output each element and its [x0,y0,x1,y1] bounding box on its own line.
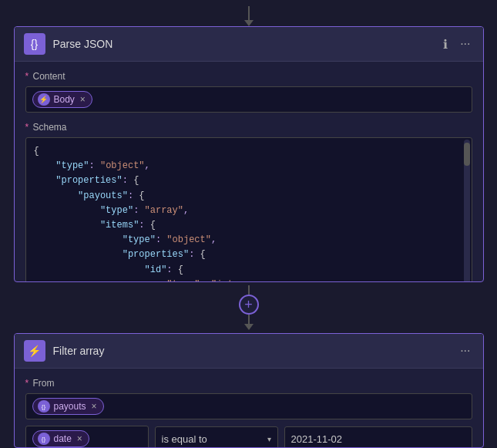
payouts-token-icon: {} [38,400,50,413]
filter-array-header-actions: ··· [457,342,473,359]
operator-label: is equal to [162,433,207,445]
payouts-token-label: payouts [54,401,86,412]
from-input[interactable]: {} payouts × [25,393,472,419]
content-required: * [25,71,29,82]
parse-json-card-body: * Content ⚡ Body × * Schema { "type": "o… [15,62,483,282]
body-token: ⚡ Body × [32,91,92,108]
filter-array-icon: ⚡ [24,340,45,362]
content-label: * Content [25,71,472,82]
date-token: {} date × [32,430,89,447]
parse-json-card: {} Parse JSON ℹ ··· * Content ⚡ Body × *… [14,26,484,282]
filter-array-card: ⚡ Filter array ··· * From {} payouts × {… [14,333,484,448]
schema-scrollbar[interactable] [464,140,470,282]
filter-array-icon-symbol: ⚡ [28,345,41,357]
schema-label: * Schema [25,122,472,133]
parse-json-title: Parse JSON [53,38,433,50]
parse-json-info-button[interactable]: ℹ [440,35,451,53]
filter-array-card-body: * From {} payouts × {} date × is equal t… [15,369,483,448]
schema-scrollbar-thumb [464,143,470,166]
arrow-down-top [244,20,254,26]
parse-json-icon-symbol: {} [31,38,38,50]
schema-editor[interactable]: { "type": "object", "properties": { "pay… [25,137,472,282]
filter-value-text: 2021-11-02 [291,433,343,445]
parse-json-icon: {} [24,33,45,55]
payouts-token-close[interactable]: × [90,402,97,411]
connector-line-top [248,6,250,20]
schema-required: * [25,122,29,133]
filter-field-token-input[interactable]: {} date × [25,426,149,448]
body-token-close[interactable]: × [79,95,86,104]
operator-select[interactable]: is equal to ▾ [155,426,278,448]
date-token-icon: {} [38,433,50,445]
connector-line-mid-bottom [248,315,250,324]
filter-value-input[interactable]: 2021-11-02 [284,426,472,448]
parse-json-card-header: {} Parse JSON ℹ ··· [15,27,483,62]
date-token-close[interactable]: × [76,434,82,443]
top-connector [244,6,254,26]
add-step-button[interactable]: + [239,295,259,315]
content-input[interactable]: ⚡ Body × [25,86,472,113]
filter-condition-row: {} date × is equal to ▾ 2021-11-02 [25,426,472,448]
connector-line-mid-top [248,285,250,295]
from-label: * From [25,378,472,389]
from-required: * [25,378,29,389]
filter-array-card-header: ⚡ Filter array ··· [15,334,483,369]
date-token-label: date [54,433,72,444]
parse-json-more-button[interactable]: ··· [457,35,473,52]
chevron-down-icon: ▾ [267,435,271,443]
arrow-down-mid [244,324,254,330]
payouts-token: {} payouts × [32,398,104,415]
body-token-label: Body [54,94,75,105]
filter-array-title: Filter array [53,345,450,357]
plus-connector: + [239,282,259,333]
parse-json-header-actions: ℹ ··· [440,35,473,53]
body-token-icon: ⚡ [38,93,50,106]
filter-array-more-button[interactable]: ··· [457,342,473,359]
